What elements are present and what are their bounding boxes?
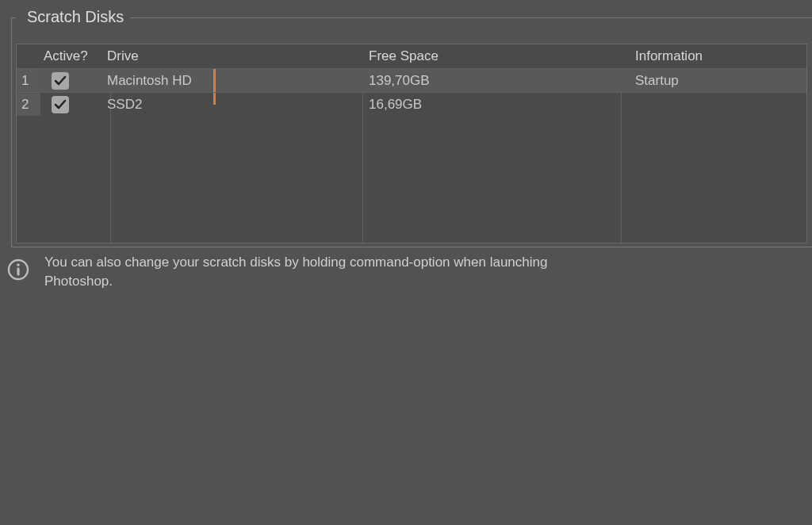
scratch-disks-panel: Scratch Disks Active? Drive Free Space I…	[11, 8, 812, 243]
header-information[interactable]: Information	[621, 48, 806, 64]
reorder-indicator-icon[interactable]	[213, 69, 216, 92]
svg-point-1	[17, 263, 20, 266]
header-free-space[interactable]: Free Space	[362, 48, 621, 64]
active-cell	[40, 96, 104, 113]
hint-text: You can also change your scratch disks b…	[44, 253, 552, 291]
active-checkbox[interactable]	[52, 96, 69, 113]
info-icon	[6, 258, 30, 282]
svg-rect-2	[17, 268, 19, 276]
reorder-indicator-icon[interactable]	[213, 93, 216, 105]
free-space-cell: 16,69GB	[362, 97, 621, 113]
scratch-disks-table: Active? Drive Free Space Information 1 M…	[16, 44, 807, 243]
check-icon	[54, 75, 67, 87]
information-cell: Startup	[621, 73, 806, 89]
header-active[interactable]: Active?	[40, 48, 104, 64]
hint-row: You can also change your scratch disks b…	[6, 253, 812, 291]
drive-cell: Macintosh HD	[104, 73, 362, 89]
table-row[interactable]: 1 Macintosh HD 139,70GB Startup	[17, 68, 806, 92]
drive-cell: SSD2	[104, 97, 362, 113]
active-cell	[40, 72, 104, 90]
panel-title: Scratch Disks	[16, 8, 130, 26]
header-drive[interactable]: Drive	[104, 48, 362, 64]
table-row[interactable]: 2 SSD2 16,69GB	[17, 92, 806, 116]
active-checkbox[interactable]	[52, 72, 69, 90]
row-index: 2	[17, 93, 40, 116]
table-header: Active? Drive Free Space Information	[17, 44, 806, 68]
free-space-cell: 139,70GB	[362, 73, 621, 89]
check-icon	[54, 98, 67, 111]
row-index: 1	[17, 69, 40, 92]
